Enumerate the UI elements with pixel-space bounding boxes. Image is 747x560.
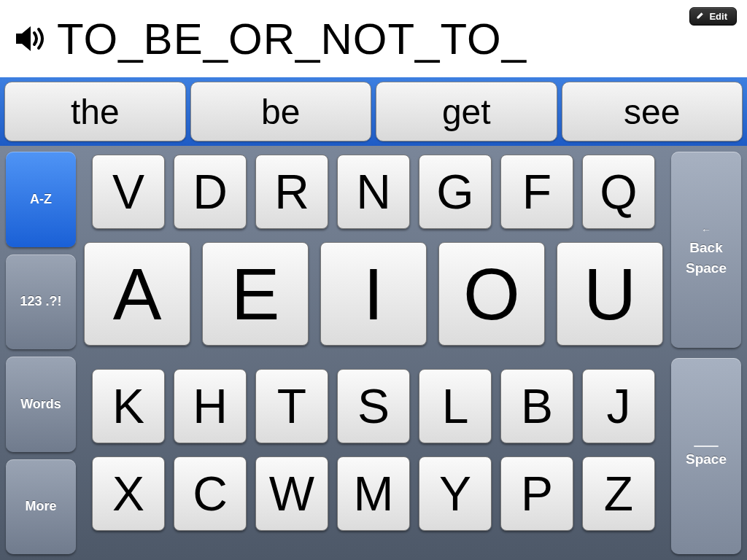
- backspace-label-2: Space: [686, 260, 727, 276]
- suggestion-3[interactable]: see: [562, 82, 743, 141]
- key-x[interactable]: X: [92, 456, 165, 531]
- key-row-3: K H T S L B J: [82, 369, 665, 443]
- key-z[interactable]: Z: [582, 456, 655, 531]
- suggestion-2[interactable]: get: [376, 82, 557, 141]
- key-f[interactable]: F: [500, 155, 573, 229]
- mode-column: A-Z 123 .?! Words More: [6, 152, 76, 554]
- key-n[interactable]: N: [337, 155, 410, 229]
- keyboard-area: A-Z 123 .?! Words More V D R N G F Q A E…: [0, 146, 747, 560]
- suggestion-1[interactable]: be: [190, 82, 372, 141]
- key-w[interactable]: W: [255, 456, 328, 531]
- suggestion-row: the be get see: [0, 77, 747, 146]
- suggestion-0[interactable]: the: [4, 82, 186, 141]
- key-b[interactable]: B: [500, 369, 573, 443]
- space-label: Space: [686, 451, 727, 467]
- edit-label: Edit: [709, 11, 727, 22]
- key-row-vowels: A E I O U: [82, 242, 665, 346]
- backspace-button[interactable]: ← Back Space: [671, 152, 741, 348]
- mode-words[interactable]: Words: [6, 357, 76, 452]
- key-m[interactable]: M: [337, 456, 410, 531]
- key-s[interactable]: S: [337, 369, 410, 443]
- mode-more[interactable]: More: [6, 459, 76, 555]
- key-k[interactable]: K: [92, 369, 165, 443]
- key-j[interactable]: J: [582, 369, 655, 443]
- key-l[interactable]: L: [419, 369, 492, 443]
- key-u[interactable]: U: [557, 242, 663, 346]
- action-column: ← Back Space Space: [671, 152, 741, 554]
- key-i[interactable]: I: [320, 242, 427, 346]
- key-d[interactable]: D: [174, 155, 247, 229]
- letters-grid: V D R N G F Q A E I O U K H T S L B J X …: [82, 152, 665, 554]
- key-e[interactable]: E: [202, 242, 309, 346]
- backspace-label-1: Back: [689, 240, 722, 256]
- mode-numbers[interactable]: 123 .?!: [6, 254, 76, 350]
- space-icon: [694, 446, 719, 447]
- key-c[interactable]: C: [174, 456, 247, 531]
- key-p[interactable]: P: [500, 456, 573, 531]
- key-row-4: X C W M Y P Z: [82, 456, 665, 531]
- key-r[interactable]: R: [255, 155, 328, 229]
- pencil-icon: [696, 11, 705, 22]
- arrow-left-icon: ←: [701, 224, 711, 236]
- key-t[interactable]: T: [255, 369, 328, 443]
- speaker-icon[interactable]: [12, 20, 48, 57]
- key-q[interactable]: Q: [582, 155, 655, 229]
- key-a[interactable]: A: [84, 242, 190, 346]
- key-o[interactable]: O: [438, 242, 545, 346]
- key-y[interactable]: Y: [419, 456, 492, 531]
- edit-button[interactable]: Edit: [689, 7, 737, 26]
- key-h[interactable]: H: [174, 369, 247, 443]
- key-v[interactable]: V: [92, 155, 165, 229]
- space-button[interactable]: Space: [671, 358, 741, 554]
- key-g[interactable]: G: [419, 155, 492, 229]
- mode-az[interactable]: A-Z: [6, 152, 76, 247]
- key-row-1: V D R N G F Q: [82, 155, 665, 229]
- display-bar: TO_BE_OR_NOT_TO_ Edit: [0, 0, 747, 77]
- display-text: TO_BE_OR_NOT_TO_: [57, 14, 527, 64]
